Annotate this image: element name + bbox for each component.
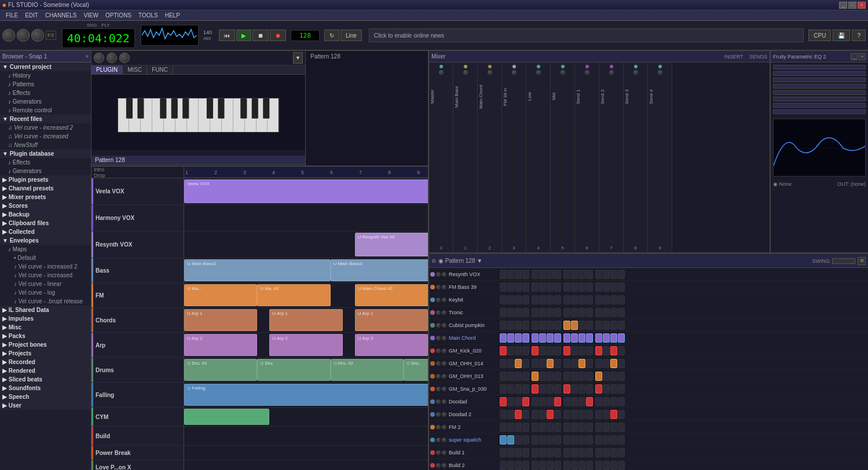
- browser-item-recent-files[interactable]: ▼ Recent files: [0, 115, 91, 123]
- step-btn-15-8[interactable]: [563, 461, 570, 470]
- step-btn-11-3[interactable]: [522, 410, 529, 419]
- white-key-d[interactable]: [129, 98, 141, 132]
- track-label-resynth-vox[interactable]: Resynth VOX: [91, 232, 184, 258]
- step-btn-2-3[interactable]: [522, 295, 529, 304]
- segment-bass-1[interactable]: U Main Bass3: [331, 259, 428, 281]
- browser-item-generators[interactable]: ♪ Generators: [0, 97, 91, 106]
- step-btn-2-12[interactable]: [595, 295, 602, 304]
- track-label-veela-vox[interactable]: Veela VOX: [91, 178, 184, 204]
- step-btn-9-3[interactable]: [522, 384, 529, 394]
- step-btn-9-12[interactable]: [595, 384, 602, 394]
- mixer-channel-1[interactable]: Main Bass 1: [453, 63, 478, 252]
- track-label-love-philter[interactable]: Love P...on X: [91, 460, 184, 470]
- browser-item-vel-curve-deep-2[interactable]: ♪ Vel curve - increased 2: [0, 262, 91, 271]
- record-button[interactable]: ⏺: [270, 30, 286, 41]
- step-btn-8-11[interactable]: [586, 372, 593, 381]
- mixer-channel-6[interactable]: Send 1 6: [575, 63, 599, 252]
- eq-band-1[interactable]: [773, 65, 866, 69]
- mixer-channel-2[interactable]: Main Chord 2: [478, 63, 502, 252]
- step-btn-6-9[interactable]: [571, 346, 578, 355]
- step-channel-name-8[interactable]: GM_OHH_013: [448, 373, 500, 379]
- step-btn-13-2[interactable]: [515, 435, 522, 445]
- eq-band-7[interactable]: [773, 103, 866, 108]
- menu-options[interactable]: OPTIONS: [102, 10, 135, 20]
- white-key-c2[interactable]: [199, 98, 210, 132]
- channel-fader-4[interactable]: [536, 168, 541, 243]
- step-knob-pan-0[interactable]: [442, 272, 446, 277]
- step-btn-3-0[interactable]: [500, 308, 507, 317]
- step-btn-14-8[interactable]: [563, 448, 570, 457]
- channel-led-6[interactable]: [585, 65, 589, 68]
- track-label-harmony-vox[interactable]: Harmony VOX: [91, 205, 184, 231]
- step-btn-3-8[interactable]: [563, 308, 570, 317]
- browser-item-sliced-beats[interactable]: ▶ Sliced beats: [0, 375, 91, 384]
- step-knob-pan-10[interactable]: [442, 399, 446, 404]
- step-btn-2-4[interactable]: [532, 295, 539, 304]
- segment-veela-vox-0[interactable]: Veela VOX: [184, 179, 428, 203]
- step-btn-1-11[interactable]: [586, 282, 593, 292]
- browser-item-channel-presets[interactable]: ▶ Channel presets: [0, 184, 91, 193]
- step-knob-vol-9[interactable]: [436, 387, 441, 391]
- step-btn-13-0[interactable]: [500, 435, 507, 445]
- step-channel-name-0[interactable]: Resynth VOX: [448, 271, 500, 277]
- step-btn-7-0[interactable]: [500, 359, 507, 368]
- browser-item-misc[interactable]: ▶ Misc: [0, 323, 91, 332]
- step-btn-0-1[interactable]: [507, 270, 514, 279]
- step-btn-1-13[interactable]: [603, 282, 610, 292]
- step-btn-14-6[interactable]: [547, 448, 554, 457]
- browser-item-speech[interactable]: ▶ Speech: [0, 392, 91, 401]
- channel-fader-5[interactable]: [560, 192, 566, 243]
- step-led-9[interactable]: [430, 387, 435, 391]
- step-btn-1-2[interactable]: [515, 282, 522, 292]
- segment-cym-0[interactable]: [184, 409, 269, 425]
- step-btn-13-8[interactable]: [563, 435, 570, 445]
- step-btn-13-6[interactable]: [547, 435, 554, 445]
- step-btn-4-7[interactable]: [554, 321, 561, 330]
- step-btn-0-6[interactable]: [547, 270, 554, 279]
- step-btn-8-4[interactable]: [532, 372, 539, 381]
- step-knob-vol-12[interactable]: [436, 425, 441, 429]
- step-btn-12-9[interactable]: [571, 423, 578, 432]
- step-btn-15-15[interactable]: [618, 461, 625, 470]
- step-btn-12-15[interactable]: [618, 423, 625, 432]
- step-knob-vol-4[interactable]: [436, 323, 441, 328]
- song-mode-button[interactable]: Line: [340, 30, 362, 41]
- track-label-falling[interactable]: Falling: [91, 383, 184, 407]
- track-label-bass[interactable]: Bass: [91, 258, 184, 282]
- menu-file[interactable]: FILE: [2, 10, 21, 20]
- step-btn-15-11[interactable]: [586, 461, 593, 470]
- mixer-channel-8[interactable]: Send 3 8: [624, 63, 648, 252]
- step-btn-10-0[interactable]: [500, 397, 507, 406]
- step-btn-0-12[interactable]: [595, 270, 602, 279]
- step-btn-9-8[interactable]: [563, 384, 570, 394]
- step-channel-name-9[interactable]: GM_Sna_p_030: [448, 386, 500, 392]
- step-btn-5-2[interactable]: [515, 333, 522, 343]
- channel-led-5[interactable]: [561, 65, 565, 68]
- eq-band-5[interactable]: [773, 90, 866, 95]
- menu-help[interactable]: HELP: [162, 10, 184, 20]
- step-btn-14-15[interactable]: [618, 448, 625, 457]
- step-btn-3-5[interactable]: [539, 308, 546, 317]
- step-btn-15-10[interactable]: [578, 461, 585, 470]
- step-btn-8-1[interactable]: [507, 372, 514, 381]
- channel-led-9[interactable]: [658, 65, 662, 68]
- step-btn-10-6[interactable]: [547, 397, 554, 406]
- step-knob-pan-14[interactable]: [442, 450, 446, 455]
- step-btn-6-10[interactable]: [578, 346, 585, 355]
- step-btn-15-6[interactable]: [547, 461, 554, 470]
- browser-item-vel-curve[interactable]: ♫ Vel curve - increased: [0, 132, 91, 141]
- step-btn-12-8[interactable]: [563, 423, 570, 432]
- step-btn-2-5[interactable]: [539, 295, 546, 304]
- eq-band-6[interactable]: [773, 97, 866, 101]
- step-led-5[interactable]: [430, 336, 435, 340]
- step-btn-4-13[interactable]: [603, 321, 610, 330]
- step-knob-vol-7[interactable]: [436, 361, 441, 366]
- step-btn-5-0[interactable]: [500, 333, 507, 343]
- step-channel-name-5[interactable]: Main Chord: [448, 335, 500, 341]
- step-btn-11-15[interactable]: [618, 410, 625, 419]
- browser-item-current-project[interactable]: ▼ Current project: [0, 63, 91, 71]
- plugin-tab-misc[interactable]: MISC: [123, 65, 147, 74]
- step-btn-3-7[interactable]: [554, 308, 561, 317]
- eq-band-3[interactable]: [773, 78, 866, 82]
- step-btn-7-14[interactable]: [610, 359, 617, 368]
